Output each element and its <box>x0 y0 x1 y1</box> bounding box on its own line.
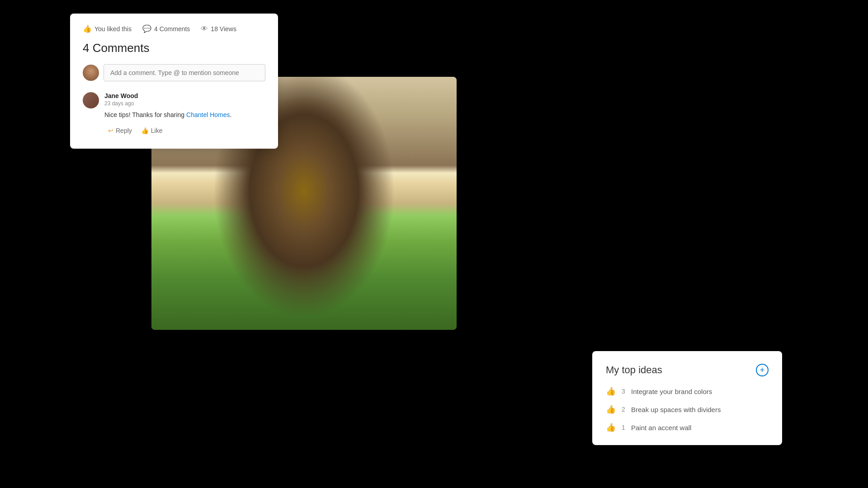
idea-text-1: Integrate your brand colors <box>631 388 712 395</box>
idea-text-3: Paint an accent wall <box>631 424 691 432</box>
idea-count-2: 2 <box>620 406 627 413</box>
views-label: 18 Views <box>211 25 236 33</box>
commenter-avatar <box>83 92 99 108</box>
liked-stat: 👍 You liked this <box>83 24 132 33</box>
stats-bar: 👍 You liked this 💬 4 Comments 👁 18 Views <box>83 24 265 33</box>
like-button[interactable]: 👍 Like <box>137 125 166 136</box>
idea-thumb-icon-2: 👍 <box>606 404 616 414</box>
comments-count-label: 4 Comments <box>154 25 190 33</box>
ideas-header: My top ideas + <box>606 364 769 376</box>
ideas-title: My top ideas <box>606 364 662 376</box>
thumbs-up-icon: 👍 <box>83 24 92 33</box>
comments-stat: 💬 4 Comments <box>142 24 190 33</box>
liked-label: You liked this <box>94 25 132 33</box>
views-stat: 👁 18 Views <box>201 25 236 33</box>
comment-time: 23 days ago <box>104 100 265 107</box>
idea-thumb-icon-1: 👍 <box>606 386 616 396</box>
idea-item-1: 👍 3 Integrate your brand colors <box>606 386 769 396</box>
idea-count-1: 3 <box>620 388 627 395</box>
mention-link[interactable]: Chantel Homes <box>186 111 230 118</box>
comment-actions: ↩ Reply 👍 Like <box>104 125 265 136</box>
reply-label: Reply <box>116 127 132 134</box>
comments-title: 4 Comments <box>83 41 265 55</box>
commenter-name: Jane Wood <box>104 92 265 99</box>
idea-thumb-icon-3: 👍 <box>606 422 616 432</box>
like-label: Like <box>151 127 163 134</box>
add-idea-button[interactable]: + <box>756 364 769 376</box>
comment-text-before: Nice tips! Thanks for sharing <box>104 111 186 118</box>
comment-item: Jane Wood 23 days ago Nice tips! Thanks … <box>83 92 265 136</box>
comment-text: Nice tips! Thanks for sharing Chantel Ho… <box>104 110 265 120</box>
comment-text-after: . <box>230 111 232 118</box>
idea-text-2: Break up spaces with dividers <box>631 406 721 413</box>
idea-count-3: 1 <box>620 424 627 431</box>
views-icon: 👁 <box>201 25 208 33</box>
comment-input[interactable] <box>104 64 265 81</box>
comment-input-row <box>83 64 265 81</box>
current-user-avatar <box>83 65 99 81</box>
reply-button[interactable]: ↩ Reply <box>104 125 136 136</box>
plus-icon: + <box>760 366 765 375</box>
comment-icon: 💬 <box>142 24 151 33</box>
idea-item-2: 👍 2 Break up spaces with dividers <box>606 404 769 414</box>
comments-panel: 👍 You liked this 💬 4 Comments 👁 18 Views… <box>70 14 278 149</box>
comment-body: Jane Wood 23 days ago Nice tips! Thanks … <box>104 92 265 136</box>
ideas-panel: My top ideas + 👍 3 Integrate your brand … <box>592 351 782 445</box>
reply-icon: ↩ <box>108 127 113 134</box>
idea-item-3: 👍 1 Paint an accent wall <box>606 422 769 432</box>
like-icon: 👍 <box>141 127 149 134</box>
